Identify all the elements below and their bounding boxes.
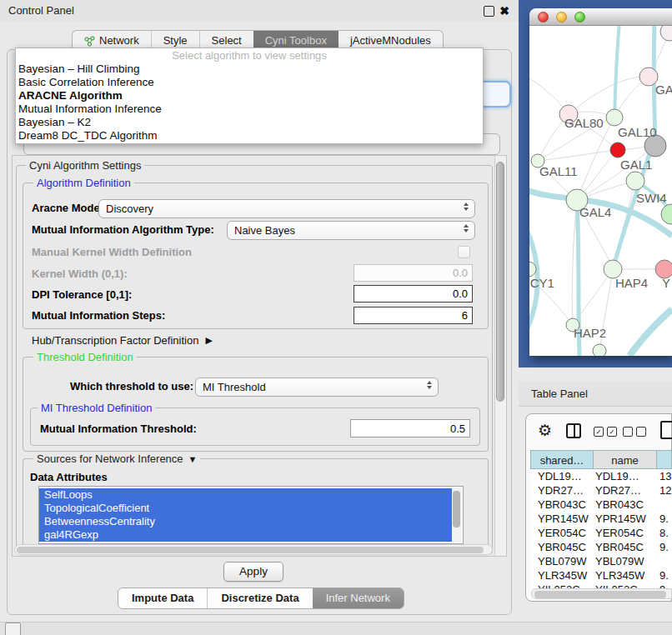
window-controls — [538, 12, 585, 22]
cyni-settings-group-title: Cyni Algorithm Settings — [26, 159, 144, 172]
table-row[interactable]: YDR27… YDR27… 12 — [530, 483, 672, 498]
float-window-icon[interactable] — [484, 6, 494, 17]
table-row[interactable]: YER054C YER054C 8. — [530, 526, 672, 540]
settings-vertical-scrollbar-thumb[interactable] — [496, 162, 504, 402]
table-row[interactable]: YDL19… YDL19… 13 — [530, 469, 672, 483]
node-label: SWI4 — [636, 191, 667, 205]
aracne-mode-combobox[interactable]: Discovery — [98, 199, 475, 218]
hub-definition-toggle[interactable]: Hub/Transcription Factor Definition ▶ — [32, 332, 213, 348]
node-label: GCY1 — [529, 276, 554, 290]
node-label: Y — [662, 276, 670, 290]
node-top-right[interactable] — [660, 26, 672, 41]
node-label: GAL — [655, 82, 672, 97]
list-vertical-scrollbar[interactable] — [452, 488, 462, 542]
algorithm-definition-title: Algorithm Definition — [33, 177, 134, 190]
list-vertical-scrollbar-thumb[interactable] — [453, 491, 460, 528]
list-item-selfloops[interactable]: SelfLoops — [39, 488, 452, 502]
combo-arrows-icon — [427, 381, 432, 389]
desktop-gap — [519, 368, 672, 382]
node-label: GAL10 — [618, 125, 657, 139]
column-header-shared-name[interactable]: shared… — [530, 450, 594, 469]
collapsed-arrow-icon: ▶ — [205, 335, 212, 346]
mi-steps-input[interactable] — [354, 307, 473, 324]
control-panel-titlebar — [0, 0, 519, 22]
node-gal1[interactable] — [626, 172, 644, 190]
column-header-name[interactable]: name — [594, 450, 657, 469]
node-label: HAP2 — [574, 326, 606, 340]
deselect-all-checkboxes-icon[interactable] — [623, 427, 646, 437]
table-row[interactable]: YBR043C YBR043C — [530, 498, 672, 512]
mi-algorithm-type-combobox[interactable]: Naive Bayes — [227, 221, 475, 240]
dropdown-item-bayesian-k2[interactable]: Bayesian – K2 — [16, 116, 483, 129]
node-label: GAL11 — [539, 164, 578, 178]
close-icon[interactable]: ✖ — [498, 3, 511, 18]
tab-impute-data[interactable]: Impute Data — [118, 588, 207, 608]
table-document-icon[interactable] — [660, 421, 672, 439]
column-header-partial[interactable] — [657, 450, 672, 469]
node-red-selected[interactable] — [610, 142, 625, 158]
table-horizontal-scrollbar[interactable] — [531, 588, 672, 599]
kernel-width-label: Kernel Width (0,1): — [32, 266, 128, 282]
dropdown-item-bayesian-hill-climbing[interactable]: Bayesian – Hill Climbing — [16, 62, 483, 76]
kernel-width-input[interactable] — [354, 264, 473, 282]
dropdown-item-dream8[interactable]: Dream8 DC_TDC Algorithm — [16, 129, 483, 142]
dpi-tolerance-label: DPI Tolerance [0,1]: — [32, 287, 132, 303]
network-labels: GAL GAL80 GAL10 GAL11 GAL1 SWI4 GAL4 GCY… — [529, 82, 672, 340]
table-row[interactable]: YPR145W YPR145W 9. — [530, 512, 672, 526]
manual-kernel-width-checkbox[interactable] — [458, 246, 470, 258]
node-gal10-green[interactable] — [606, 109, 623, 126]
bottom-bar — [0, 622, 672, 635]
dropdown-item-basic-correlation[interactable]: Basic Correlation Inference — [16, 76, 483, 89]
node-label: GAL80 — [564, 116, 604, 130]
list-item-betweennesscentrality[interactable]: BetweennessCentrality — [39, 515, 452, 528]
node-label: GAL4 — [579, 205, 611, 219]
mutual-information-threshold-input[interactable] — [350, 419, 470, 438]
app-screen: Control Panel ✖ Network Style Select Cyn… — [0, 0, 672, 635]
tab-infer-network[interactable]: Infer Network — [313, 588, 404, 608]
sources-toggle[interactable]: Sources for Network Inference ▼ — [33, 452, 200, 466]
node-label: GAL1 — [620, 158, 652, 172]
algorithm-dropdown-placeholder: Select algorithm to view settings — [16, 48, 483, 62]
mi-threshold-definition-title: MI Threshold Definition — [38, 402, 155, 415]
node-right-green[interactable] — [661, 204, 672, 224]
minimize-traffic-light-icon[interactable] — [556, 12, 567, 22]
dropdown-item-aracne[interactable]: ARACNE Algorithm — [16, 89, 483, 102]
settings-horizontal-scrollbar-thumb[interactable] — [17, 547, 484, 553]
node-label: HAP4 — [615, 276, 648, 290]
algorithm-combobox-focus-fragment[interactable] — [479, 81, 511, 108]
table-body: YDL19… YDL19… 13 YDR27… YDR27… 12 YBR043… — [530, 469, 672, 589]
close-traffic-light-icon[interactable] — [538, 12, 549, 22]
list-item-topologicalcoefficient[interactable]: TopologicalCoefficient — [39, 502, 452, 515]
table-horizontal-scrollbar-thumb[interactable] — [534, 591, 666, 598]
control-panel-title: Control Panel — [8, 0, 74, 22]
mutual-information-threshold-label: Mutual Information Threshold: — [40, 421, 197, 438]
list-item-gal4rgexp[interactable]: gal4RGexp — [39, 528, 452, 542]
split-columns-icon[interactable] — [566, 423, 581, 438]
node-bottom[interactable] — [593, 344, 606, 356]
table-panel-title: Table Panel — [531, 382, 588, 407]
bottom-left-mini-panel-icon[interactable] — [5, 622, 21, 635]
which-threshold-value: MI Threshold — [203, 381, 266, 393]
data-attributes-list: SelfLoops TopologicalCoefficient Between… — [38, 486, 464, 544]
algorithm-dropdown: Select algorithm to view settings Bayesi… — [15, 48, 484, 144]
threshold-definition-title: Threshold Definition — [33, 351, 137, 364]
apply-button[interactable]: Apply — [223, 562, 283, 582]
network-view[interactable]: GAL GAL80 GAL10 GAL11 GAL1 SWI4 GAL4 GCY… — [529, 26, 672, 356]
network-graph: GAL GAL80 GAL10 GAL11 GAL1 SWI4 GAL4 GCY… — [529, 26, 672, 356]
table-row[interactable]: YBR045C YBR045C 9. — [530, 540, 672, 554]
which-threshold-combobox[interactable]: MI Threshold — [195, 378, 439, 397]
settings-horizontal-scrollbar[interactable] — [14, 544, 493, 555]
dpi-tolerance-input[interactable] — [354, 285, 473, 302]
zoom-traffic-light-icon[interactable] — [574, 12, 585, 22]
table-row[interactable]: YBL079W YBL079W — [530, 554, 672, 568]
network-icon — [84, 36, 95, 47]
tab-discretize-data[interactable]: Discretize Data — [207, 588, 312, 608]
gear-icon[interactable]: ⚙ — [538, 422, 552, 439]
dropdown-item-mutual-information[interactable]: Mutual Information Inference — [16, 102, 483, 116]
which-threshold-label: Which threshold to use: — [70, 378, 193, 395]
select-all-checkboxes-icon[interactable]: ✓ ✓ — [594, 427, 617, 437]
table-row[interactable]: YLR345W YLR345W 9. — [530, 568, 672, 582]
aracne-mode-label: Aracne Mode: — [32, 200, 103, 217]
hub-definition-label: Hub/Transcription Factor Definition — [32, 334, 198, 347]
combo-arrows-icon — [464, 224, 469, 232]
